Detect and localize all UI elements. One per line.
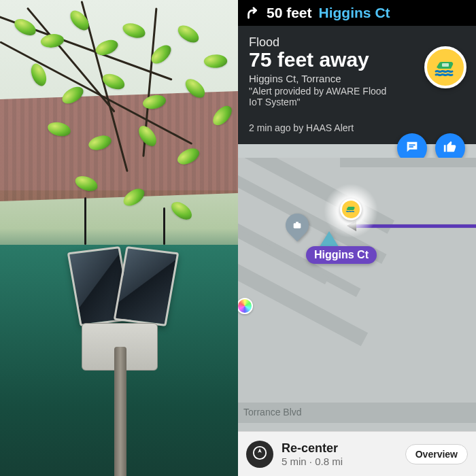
overview-button[interactable]: Overview xyxy=(405,444,468,464)
recenter-label: Re-center xyxy=(282,441,343,456)
road-label-torrance: Torrance Blvd xyxy=(243,407,302,418)
svg-rect-3 xyxy=(294,223,301,228)
svg-point-5 xyxy=(254,446,266,458)
svg-rect-4 xyxy=(296,222,299,224)
nav-street: Higgins Ct xyxy=(319,5,390,21)
thumbs-up-icon xyxy=(443,139,458,157)
recenter-button[interactable] xyxy=(246,441,273,468)
flood-car-icon xyxy=(424,46,466,88)
bottom-bar: Re-center 5 min · 0.8 mi Overview xyxy=(238,431,476,476)
svg-rect-0 xyxy=(442,63,449,67)
flood-sensor-device xyxy=(61,224,177,401)
map-street-chip: Higgins Ct xyxy=(306,246,377,264)
recenter-text: Re-center 5 min · 0.8 mi xyxy=(282,441,343,467)
map-canvas[interactable]: Higgins Ct Torrance Blvd xyxy=(238,158,476,476)
chat-icon xyxy=(405,139,420,157)
compass-icon xyxy=(252,445,267,463)
nav-direction-bar: 50 feet Higgins Ct xyxy=(238,0,476,26)
alert-timestamp: 2 min ago by HAAS Alert xyxy=(249,122,465,133)
turn-right-icon xyxy=(245,5,260,20)
trip-summary: 5 min · 0.8 mi xyxy=(282,456,343,467)
svg-rect-1 xyxy=(409,144,415,146)
nav-distance: 50 feet xyxy=(267,5,312,21)
nav-app: 50 feet Higgins Ct Flood 75 feet away Hi… xyxy=(238,0,476,476)
svg-rect-2 xyxy=(409,146,413,148)
alert-type: Flood xyxy=(249,35,465,50)
sensor-photo xyxy=(0,0,238,476)
wazer-avatar[interactable] xyxy=(238,298,253,314)
map-hazard-marker[interactable] xyxy=(340,199,362,220)
alert-provider: "Alert provided by AWARE Flood IoT Syste… xyxy=(249,86,392,107)
split-view: 50 feet Higgins Ct Flood 75 feet away Hi… xyxy=(0,0,476,476)
